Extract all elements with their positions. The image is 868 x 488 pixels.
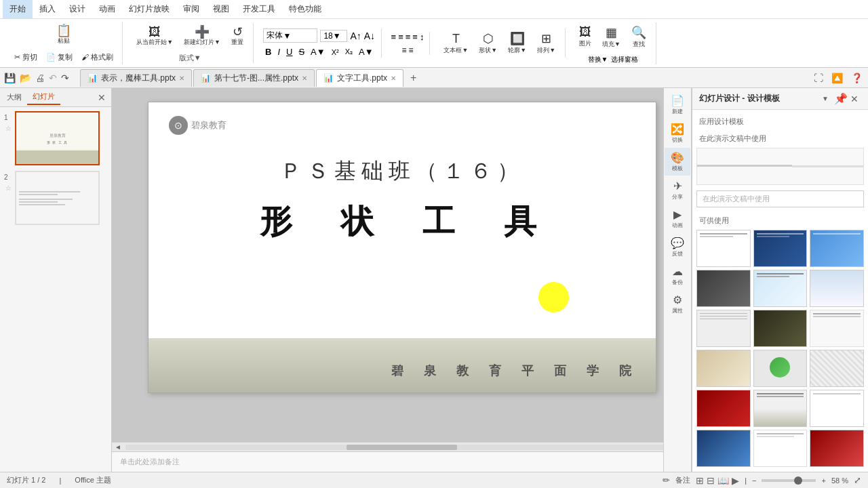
template-16[interactable] <box>696 430 751 467</box>
menu-view[interactable]: 视图 <box>206 0 236 18</box>
template-18[interactable] <box>810 430 864 467</box>
text-direction-icon[interactable]: ↕ <box>420 32 425 42</box>
help-icon[interactable]: ❓ <box>848 71 865 85</box>
strikethrough-button[interactable]: S <box>296 46 307 58</box>
properties-icon-btn[interactable]: ⚙ 属性 <box>665 290 690 318</box>
highlight-button[interactable]: A▼ <box>357 46 376 58</box>
h-scroll-thumb[interactable] <box>347 445 457 450</box>
insert-slide-button[interactable]: ➕ 新建幻灯片▼ <box>180 23 224 49</box>
font-shrink-icon[interactable]: A↓ <box>364 30 375 41</box>
panel-tab-slides[interactable]: 幻灯片 <box>27 89 60 105</box>
justify-icon[interactable]: ≡ <box>412 32 418 42</box>
copy-button[interactable]: 📄 复制 <box>43 50 76 64</box>
scroll-left-arrow[interactable]: ◄ <box>112 442 124 452</box>
template-17[interactable] <box>753 430 808 467</box>
h-scroll-track[interactable] <box>125 445 678 450</box>
zoom-out-icon[interactable]: − <box>752 476 756 485</box>
reset-button[interactable]: ↺ 重置 <box>227 23 248 49</box>
fit-button[interactable]: ⤢ <box>854 475 861 485</box>
menu-start[interactable]: 开始 <box>3 0 33 18</box>
new-tab-button[interactable]: + <box>405 70 422 85</box>
panel-close-button[interactable]: ✕ <box>94 91 110 104</box>
align-right-icon[interactable]: ≡ <box>406 32 411 42</box>
menu-animation[interactable]: 动画 <box>92 0 122 18</box>
template-3[interactable] <box>810 230 864 267</box>
zoom-slider[interactable] <box>762 479 816 482</box>
quick-print-icon[interactable]: 🖨 <box>34 71 46 85</box>
paste-button[interactable]: 📋 粘贴 <box>52 22 75 48</box>
font-color-button[interactable]: A▼ <box>309 46 328 58</box>
new-slide-button[interactable]: 🖼 从当前开始▼ <box>132 23 177 49</box>
outline-button[interactable]: 🔲 轮廓▼ <box>504 28 530 58</box>
fullscreen-icon[interactable]: ⛶ <box>811 71 826 85</box>
fill-button[interactable]: ▦ 填充▼ <box>598 22 625 52</box>
right-panel-dropdown[interactable]: ▼ <box>822 95 829 102</box>
superscript-button[interactable]: X² <box>330 47 341 57</box>
slide-thumbnail-2[interactable] <box>15 171 100 225</box>
main-slide[interactable]: ⊙ 碧泉教育 ＰＳ基础班（１６） 形 状 工 具 碧 泉 教 育 平 面 学 院 <box>148 102 656 393</box>
feedback-icon-btn[interactable]: 💬 反馈 <box>665 233 690 261</box>
align-left-icon[interactable]: ≡ <box>391 32 397 42</box>
tab-properties[interactable]: 📊 第十七节-图...属性.pptx ✕ <box>193 69 315 87</box>
template-search[interactable]: 在此演示文稿中使用 <box>696 190 864 207</box>
align-center-icon[interactable]: ≡ <box>398 32 403 42</box>
zoom-thumb[interactable] <box>794 476 802 485</box>
right-panel-close[interactable]: ✕ <box>848 94 861 104</box>
menu-insert[interactable]: 插入 <box>33 0 62 18</box>
zoom-in-icon[interactable]: + <box>821 476 825 485</box>
tab-text-tool[interactable]: 📊 文字工具.pptx ✕ <box>316 69 403 87</box>
normal-view-icon[interactable]: ⊞ <box>696 475 704 486</box>
share-icon-btn[interactable]: ✈ 分享 <box>665 176 690 204</box>
list-button[interactable]: ≡ <box>401 45 406 55</box>
tab-magic-wand[interactable]: 📊 表示，魔棒工具.pptx ✕ <box>80 69 192 87</box>
template-12[interactable] <box>810 350 864 387</box>
font-grow-icon[interactable]: A↑ <box>350 30 361 41</box>
menu-review[interactable]: 审阅 <box>176 0 206 18</box>
notes-area[interactable]: 单击此处添加备注 <box>112 451 692 472</box>
template-8[interactable] <box>753 310 808 347</box>
menu-special[interactable]: 特色功能 <box>282 0 328 18</box>
redo-button[interactable]: ↷ <box>60 71 71 85</box>
reading-view-icon[interactable]: 📖 <box>717 475 729 486</box>
menu-developer[interactable]: 开发工具 <box>236 0 282 18</box>
italic-button[interactable]: I <box>275 46 282 58</box>
format-button[interactable]: 🖌 格式刷 <box>78 50 117 64</box>
switch-icon-btn[interactable]: 🔀 切换 <box>665 119 690 147</box>
slide-item-1[interactable]: 1 ☆ 居泉教育 形 状 工 具 碧泉教育平面学院 <box>4 111 107 165</box>
quick-save-icon[interactable]: 💾 <box>3 71 17 85</box>
bold-button[interactable]: B <box>263 46 273 58</box>
template-2[interactable] <box>753 230 808 267</box>
template-icon-btn[interactable]: 🎨 模板 <box>665 148 690 176</box>
minimize-ribbon-icon[interactable]: 🔼 <box>829 71 846 85</box>
slide-item-2[interactable]: 2 ☆ <box>4 171 107 225</box>
quick-open-icon[interactable]: 📂 <box>18 71 33 85</box>
subscript-button[interactable]: X₂ <box>343 47 355 57</box>
menu-design[interactable]: 设计 <box>62 0 92 18</box>
horizontal-scrollbar[interactable]: ◄ ► <box>112 442 692 451</box>
underline-button[interactable]: U <box>284 46 294 58</box>
template-4[interactable] <box>696 270 751 307</box>
select-label[interactable]: 选择窗格 <box>611 55 638 64</box>
tab-close-1[interactable]: ✕ <box>179 75 184 82</box>
present-icon[interactable]: ▶ <box>732 475 739 486</box>
template-15[interactable] <box>810 390 864 427</box>
font-name-selector[interactable]: 宋体 ▼ <box>263 28 317 43</box>
replace-label[interactable]: 替换▼ <box>588 55 608 64</box>
cut-button[interactable]: ✂ 剪切 <box>11 50 41 64</box>
backup-icon-btn[interactable]: ☁ 备份 <box>665 262 690 289</box>
num-list-button[interactable]: ≡ <box>408 45 413 55</box>
slide-thumbnail-1[interactable]: 居泉教育 形 状 工 具 碧泉教育平面学院 <box>15 111 100 165</box>
template-13[interactable] <box>696 390 751 427</box>
template-9[interactable] <box>810 310 864 347</box>
current-template[interactable] <box>696 148 864 185</box>
template-6[interactable] <box>810 270 864 307</box>
template-5[interactable] <box>753 270 808 307</box>
undo-button[interactable]: ↶ <box>47 71 58 85</box>
font-size-input[interactable]: 18 ▼ <box>320 30 347 42</box>
arrange-button[interactable]: ⊞ 排列▼ <box>533 28 559 58</box>
shape-button[interactable]: ⬡ 形状▼ <box>475 28 501 58</box>
new-slide-icon-btn[interactable]: 📄 新建 <box>665 91 690 119</box>
template-7[interactable] <box>696 310 751 347</box>
template-1[interactable] <box>696 230 751 267</box>
tab-close-2[interactable]: ✕ <box>302 75 307 82</box>
